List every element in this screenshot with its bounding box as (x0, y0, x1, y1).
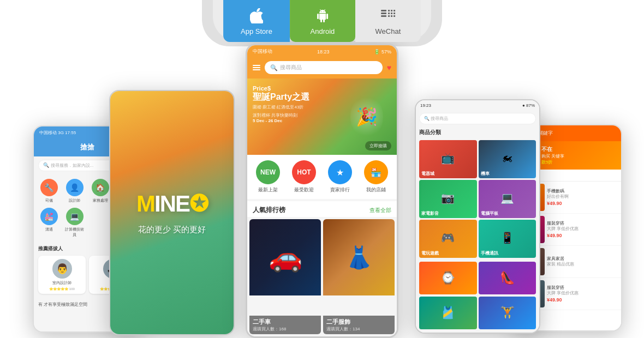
banner-cta[interactable]: 立即搶購 (365, 141, 391, 150)
nav-store-label: 我的店鋪 (366, 186, 386, 194)
banner-price-label: Price$ (253, 85, 309, 92)
mine-tagline: 花的更少 买的更好 (138, 225, 206, 235)
product-fashion-sub: 週購買人數：134 (326, 326, 391, 332)
popular-more[interactable]: 查看全部 (369, 207, 391, 214)
wechat-label: WeChat (375, 27, 401, 35)
category-home-av[interactable]: 📷 家電影音 (419, 180, 477, 218)
wechat-icon (380, 8, 396, 24)
item3-desc: 家装 精品优惠 (547, 262, 618, 267)
center-search-bar[interactable]: 🔍 搜尋商品 (265, 61, 383, 74)
favorite-icon[interactable]: ♥ (387, 63, 391, 72)
item2-price: ¥49.90 (547, 233, 618, 238)
category-motorcycle[interactable]: 🏍 機車 (479, 140, 536, 178)
center-nav-icons: NEW 最新上架 HOT 最受歡迎 ★ 賣家排行 🏪 我的店鋪 (247, 155, 397, 199)
banner-subtitle2: 派對禮杯 共享快樂時刻 (253, 112, 309, 118)
tab-appstore[interactable]: App Store (223, 0, 290, 42)
left-icon-5: 💒 溝通 (38, 208, 59, 238)
left-icon-6: 💻 計算機技術員 (64, 208, 85, 238)
tab-android[interactable]: Android (290, 0, 355, 42)
item4-price: ¥49.90 (547, 297, 618, 303)
right-mid-products: ⌚ 👠 🎽 🏋️ (416, 259, 539, 333)
svg-rect-7 (391, 13, 392, 14)
phone-center: 中国移动 18:23 🔋 57% 🔍 搜尋商品 ♥ Price$ 聖誕Party… (246, 44, 398, 338)
center-statusbar: 中国移动 18:23 🔋 57% (247, 45, 397, 58)
product-fashion-title: 二手服飾 (326, 318, 391, 326)
product-car-title: 二手車 (253, 318, 318, 326)
category-electronics[interactable]: 📺 電器城 (419, 140, 477, 178)
svg-rect-2 (381, 15, 386, 17)
item1-name: 手機數碼 (547, 189, 618, 194)
svg-rect-4 (391, 10, 392, 11)
item2-desc: 大牌 享低价优惠 (547, 226, 618, 232)
nav-hot[interactable]: HOT 最受歡迎 (292, 160, 316, 194)
nav-hot-label: 最受歡迎 (294, 186, 314, 194)
banner-date: 5 Dec - 26 Dec (253, 118, 309, 123)
banner-title: 聖誕Party之選 (253, 92, 309, 102)
item1-price: ¥49.90 (547, 201, 618, 206)
apple-icon (248, 8, 265, 24)
center-popular-header: 人氣排行榜 查看全部 (247, 201, 397, 217)
svg-rect-10 (391, 15, 392, 17)
person1-label: 室內設計師 (41, 280, 82, 286)
phone-mine: MINE✪ 花的更少 买的更好 (109, 90, 235, 335)
category-gaming[interactable]: 🎮 電玩遊戲 (419, 220, 477, 258)
item2-name: 服裝穿搭 (547, 221, 618, 226)
nav-rank-label: 賣家排行 (330, 186, 350, 194)
svg-rect-1 (381, 13, 386, 14)
platform-tabs: App Store Android (223, 0, 421, 42)
android-label: Android (311, 27, 335, 35)
right-mid-search[interactable]: 🔍 搜尋商品 (419, 113, 536, 124)
svg-rect-9 (388, 15, 390, 17)
nav-new-label: 最新上架 (258, 186, 278, 194)
tab-wechat[interactable]: WeChat (355, 0, 421, 42)
center-banner: Price$ 聖誕Party之選 圍裙·廚工裙·紅酒低至43折 派對禮杯 共享快… (247, 79, 397, 155)
left-icon-1: 🔧 司儀 (38, 179, 59, 203)
android-icon (314, 8, 331, 24)
product-fashion[interactable]: 👗 二手服飾 週購買人數：134 (323, 219, 395, 334)
svg-rect-8 (393, 13, 395, 14)
item4-desc: 大牌 享低价优惠 (547, 291, 618, 296)
mine-logo: MINE✪ (136, 190, 207, 217)
center-product-grid: 🚗 二手車 週購買人數：168 👗 二手服飾 週購買人數：134 (247, 217, 397, 336)
item4-name: 服裝穿搭 (547, 285, 618, 291)
svg-rect-11 (393, 15, 395, 17)
nav-new[interactable]: NEW 最新上架 (256, 160, 280, 194)
item1-desc: 好出价有啊 (547, 194, 618, 200)
svg-rect-3 (388, 10, 390, 11)
svg-rect-6 (388, 13, 390, 14)
right-mid-statusbar: 19:23 ● 87% (416, 100, 539, 111)
nav-rank[interactable]: ★ 賣家排行 (328, 160, 352, 194)
svg-rect-5 (393, 10, 395, 11)
category-computer[interactable]: 💻 電腦平板 (479, 180, 536, 218)
left-icon-2: 👤 設計師 (64, 179, 85, 203)
banner-subtitle: 圍裙·廚工裙·紅酒低至43折 (253, 104, 309, 110)
right-mid-categories: 商品分類 (416, 126, 539, 138)
appstore-label: App Store (241, 27, 272, 35)
svg-rect-0 (381, 10, 386, 11)
left-icon-3: 🏠 家務處理 (90, 179, 111, 203)
product-car[interactable]: 🚗 二手車 週購買人數：168 (249, 219, 321, 334)
hamburger-menu[interactable] (253, 65, 260, 70)
center-header: 🔍 搜尋商品 ♥ (247, 58, 397, 79)
category-phone[interactable]: 📱 手機通訊 (479, 220, 536, 258)
right-mid-grid: 📺 電器城 🏍 機車 📷 家電影音 💻 電腦平板 🎮 電玩遊戲 (416, 138, 539, 259)
phone-right-mid: 19:23 ● 87% 🔍 搜尋商品 商品分類 📺 電器城 🏍 機車 📷 家電影… (415, 99, 540, 334)
popular-title: 人氣排行榜 (253, 206, 285, 215)
item3-name: 家具家居 (547, 256, 618, 262)
nav-store[interactable]: 🏪 我的店鋪 (364, 160, 388, 194)
product-car-sub: 週購買人數：168 (253, 326, 318, 332)
